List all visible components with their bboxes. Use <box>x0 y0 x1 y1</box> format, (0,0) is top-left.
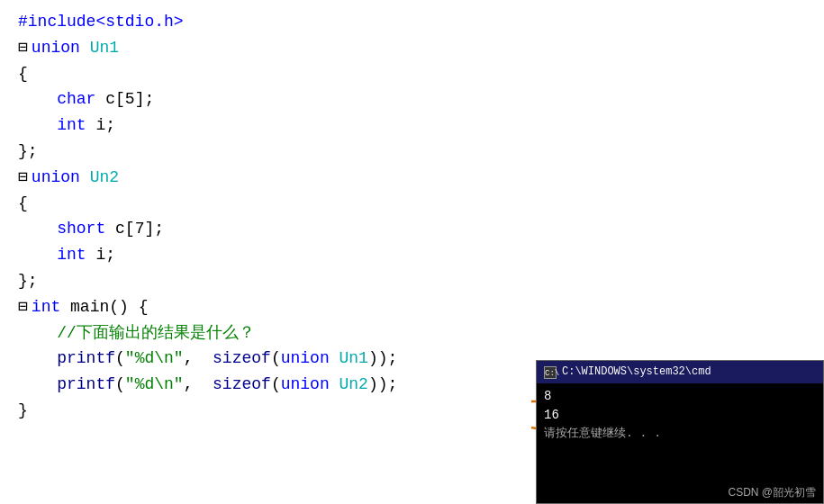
kw-union-3: union <box>281 346 330 372</box>
str-format-2: "%d\n" <box>125 372 184 398</box>
func-printf-2: printf <box>57 372 115 398</box>
kw-int-2: int <box>57 242 86 268</box>
ref-un2: Un2 <box>340 372 368 398</box>
cmd-titlebar: C:\ C:\WINDOWS\system32\cmd <box>537 361 823 383</box>
code-line-12: ⊟int main() { <box>18 294 806 320</box>
ref-un1: Un1 <box>340 346 368 372</box>
fold-icon-3: ⊟ <box>18 294 28 320</box>
cmd-prompt: 请按任意键继续. . . <box>544 425 816 443</box>
kw-int-1: int <box>57 112 86 139</box>
kw-union-4: union <box>281 372 330 398</box>
cmd-body: 8 16 请按任意键继续. . . <box>537 383 823 482</box>
cmd-watermark: CSDN @韶光初雪 <box>537 482 823 503</box>
cmd-window: C:\ C:\WINDOWS\system32\cmd 8 16 请按任意键继续… <box>536 360 824 504</box>
type-un2: Un2 <box>90 165 119 191</box>
comment-text: //下面输出的结果是什么？ <box>57 320 255 346</box>
code-editor: #include<stdio.h> ⊟union Un1 { char c[5]… <box>0 0 824 504</box>
type-un1: Un1 <box>90 35 119 61</box>
fold-icon-2: ⊟ <box>18 165 28 191</box>
fold-icon: ⊟ <box>18 35 28 61</box>
cmd-output-16: 16 <box>544 406 816 425</box>
kw-int-main: int <box>32 294 60 320</box>
code-line-2: ⊟union Un1 <box>18 35 806 61</box>
code-line-3: { <box>18 61 806 87</box>
code-line-5: int i; <box>18 112 806 139</box>
code-line-10: int i; <box>18 242 806 268</box>
kw-short: short <box>57 216 105 242</box>
code-line-6: }; <box>18 139 806 165</box>
kw-char: char <box>57 86 95 112</box>
code-line-9: short c[7]; <box>18 216 806 242</box>
str-format-1: "%d\n" <box>125 346 184 372</box>
kw-union-2: union <box>32 165 80 191</box>
kw-union: union <box>32 35 80 61</box>
code-line-11: }; <box>18 268 806 294</box>
code-line-4: char c[5]; <box>18 86 806 112</box>
func-sizeof-2: sizeof <box>213 372 271 398</box>
preprocessor-include: #include<stdio.h> <box>18 9 184 35</box>
cmd-output-8: 8 <box>544 387 816 406</box>
func-sizeof-1: sizeof <box>213 346 271 372</box>
cmd-title: C:\WINDOWS\system32\cmd <box>562 364 711 381</box>
code-line-13: //下面输出的结果是什么？ <box>18 320 806 346</box>
code-line-8: { <box>18 191 806 217</box>
cmd-icon: C:\ <box>544 366 557 379</box>
code-line-1: #include<stdio.h> <box>18 9 806 35</box>
func-printf-1: printf <box>57 346 115 372</box>
code-line-7: ⊟union Un2 <box>18 165 806 191</box>
